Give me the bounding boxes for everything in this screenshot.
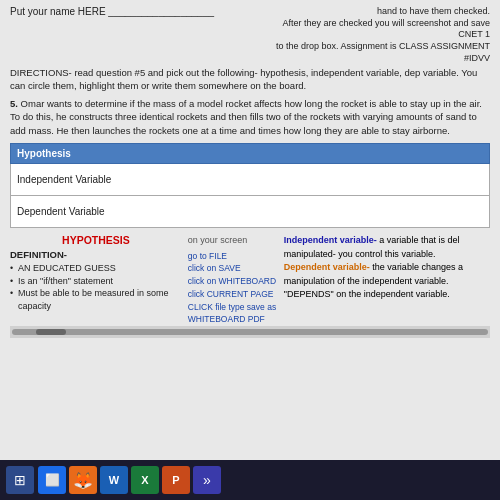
definition-label: DEFINITION- bbox=[10, 249, 182, 260]
action-whiteboard: click on WHITEBOARD bbox=[188, 275, 278, 288]
arrow-icon[interactable]: » bbox=[193, 466, 221, 494]
name-label: Put your name HERE ___________________ bbox=[10, 6, 214, 17]
table-header: Hypothesis bbox=[11, 144, 490, 164]
action-save-as: CLICK file type save as WHITEBOARD PDF bbox=[188, 301, 278, 327]
action-goto-file: go to FILE bbox=[188, 250, 278, 263]
taskbar: ⊞ ⬜ 🦊 W X P » bbox=[0, 460, 500, 500]
document-area: Put your name HERE ___________________ h… bbox=[0, 0, 500, 460]
middle-column: on your screen go to FILE click on SAVE … bbox=[188, 234, 278, 326]
directions-text: DIRECTIONS- read question #5 and pick ou… bbox=[10, 67, 490, 92]
start-button[interactable]: ⊞ bbox=[6, 466, 34, 494]
bullet-item-1: AN EDUCATED GUESS bbox=[10, 262, 182, 275]
firefox-icon[interactable]: 🦊 bbox=[69, 466, 97, 494]
action-current-page: click CURRENT PAGE bbox=[188, 288, 278, 301]
table-row: Independent Variable bbox=[11, 164, 490, 196]
question-number: 5. bbox=[10, 98, 18, 109]
header-row: Put your name HERE ___________________ h… bbox=[10, 6, 490, 64]
question-text: 5. Omar wants to determine if the mass o… bbox=[10, 97, 490, 137]
independent-variable-cell: Independent Variable bbox=[11, 164, 490, 196]
scroll-area[interactable] bbox=[10, 326, 490, 338]
monitor-icon[interactable]: ⬜ bbox=[38, 466, 66, 494]
bottom-section: HYPOTHESIS DEFINITION- AN EDUCATED GUESS… bbox=[10, 234, 490, 326]
taskbar-icons: ⬜ 🦊 W X P » bbox=[38, 466, 221, 494]
excel-icon[interactable]: X bbox=[131, 466, 159, 494]
powerpoint-icon[interactable]: P bbox=[162, 466, 190, 494]
dependent-variable-cell: Dependent Variable bbox=[11, 196, 490, 228]
scroll-thumb bbox=[36, 329, 66, 335]
screen: Put your name HERE ___________________ h… bbox=[0, 0, 500, 500]
dependent-var-label: Dependent variable- bbox=[284, 262, 370, 272]
bullet-item-3: Must be able to be measured in some capa… bbox=[10, 287, 182, 312]
hypothesis-column: HYPOTHESIS DEFINITION- AN EDUCATED GUESS… bbox=[10, 234, 182, 326]
question-body: Omar wants to determine if the mass of a… bbox=[10, 98, 482, 136]
hypothesis-title: HYPOTHESIS bbox=[10, 234, 182, 246]
bullet-item-2: Is an "if/then" statement bbox=[10, 275, 182, 288]
table-row: Dependent Variable bbox=[11, 196, 490, 228]
hypothesis-table: Hypothesis Independent Variable Dependen… bbox=[10, 143, 490, 228]
header-right: hand to have them checked. After they ar… bbox=[260, 6, 490, 64]
bullet-list: AN EDUCATED GUESS Is an "if/then" statem… bbox=[10, 262, 182, 312]
right-column: Independent variable- a variable that is… bbox=[284, 234, 490, 326]
scroll-bar bbox=[12, 329, 488, 335]
word-icon[interactable]: W bbox=[100, 466, 128, 494]
independent-var-label: Independent variable- bbox=[284, 235, 377, 245]
start-icon: ⊞ bbox=[14, 472, 26, 488]
header-instructions: hand to have them checked. After they ar… bbox=[276, 6, 490, 63]
action-save: click on SAVE bbox=[188, 262, 278, 275]
header-left: Put your name HERE ___________________ bbox=[10, 6, 214, 17]
